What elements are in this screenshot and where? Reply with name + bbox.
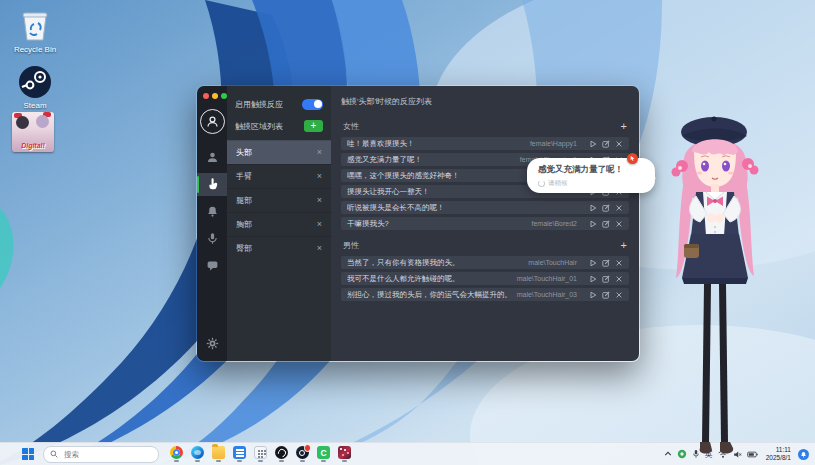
- edit-reaction-icon[interactable]: [602, 291, 610, 299]
- enable-touch-row: 启用触摸反应: [227, 93, 331, 115]
- click-badge[interactable]: [627, 153, 638, 164]
- recycle-bin-glyph: [17, 8, 53, 44]
- sidebar-item-character[interactable]: [197, 146, 227, 169]
- reaction-text: 我可不是什么人都允许触碰的呢。: [347, 274, 517, 284]
- remove-area-icon[interactable]: ×: [317, 244, 322, 253]
- reaction-row[interactable]: 干嘛摸我头? female\Bored2: [341, 217, 629, 230]
- taskbar-file-explorer-icon[interactable]: [211, 446, 226, 462]
- touch-area-label: 臀部: [236, 243, 252, 254]
- avatar-button[interactable]: [200, 109, 225, 134]
- male-section-title: 男性: [343, 240, 359, 251]
- taskbar-steam-icon[interactable]: [295, 446, 310, 462]
- chat-icon: [206, 259, 219, 272]
- taskbar-green-app-icon[interactable]: C: [316, 446, 331, 462]
- game-artwork: Digital!: [12, 112, 54, 152]
- notification-bell-icon[interactable]: [798, 449, 809, 460]
- touch-area-item[interactable]: 头部 ×: [227, 140, 331, 164]
- desktop-screen: Recycle Bin Steam Digital!: [0, 0, 815, 465]
- recycle-bin-icon[interactable]: Recycle Bin: [6, 8, 64, 55]
- pet-speech-bubble[interactable]: 感觉又充满力量了呢！ 请稍候: [527, 158, 655, 193]
- game-art-text: Digital!: [12, 142, 54, 149]
- reaction-text: 哇！最喜欢摸摸头！: [347, 139, 530, 149]
- play-reaction-icon[interactable]: [589, 220, 597, 228]
- remove-area-icon[interactable]: ×: [317, 220, 322, 229]
- touch-areas-panel: 启用触摸反应 触摸区域列表 + 头部 × 手臂 × 腿部 × 胸部 × 臀部 ×: [227, 86, 331, 361]
- edit-reaction-icon[interactable]: [602, 220, 610, 228]
- touch-settings-window: 启用触摸反应 触摸区域列表 + 头部 × 手臂 × 腿部 × 胸部 × 臀部 ×…: [196, 85, 640, 362]
- add-area-button[interactable]: +: [304, 120, 323, 132]
- microphone-icon: [206, 232, 219, 245]
- reaction-text: 感觉又充满力量了呢！: [347, 155, 520, 165]
- minimize-window-button[interactable]: [212, 93, 218, 99]
- reaction-row[interactable]: 别担心，摸过我的头后，你的运气会大幅提升的。 male\TouchHair_03: [341, 288, 629, 301]
- add-male-reaction-button[interactable]: +: [621, 240, 627, 251]
- touch-area-label: 手臂: [236, 171, 252, 182]
- close-window-button[interactable]: [203, 93, 209, 99]
- bell-icon: [206, 205, 219, 218]
- play-reaction-icon[interactable]: [589, 259, 597, 267]
- settings-gear-icon[interactable]: [206, 337, 219, 352]
- sidebar-nav: [197, 146, 227, 277]
- sidebar-item-touch[interactable]: [197, 173, 227, 196]
- touch-area-item[interactable]: 手臂 ×: [227, 164, 331, 188]
- reaction-row[interactable]: 哇！最喜欢摸摸头！ female\Happy1: [341, 137, 629, 150]
- character-head: [16, 116, 29, 129]
- loading-spinner-icon: [538, 180, 545, 187]
- steam-logo: [17, 64, 53, 100]
- play-reaction-icon[interactable]: [589, 275, 597, 283]
- touch-area-item[interactable]: 胸部 ×: [227, 212, 331, 236]
- edit-reaction-icon[interactable]: [602, 275, 610, 283]
- touch-area-item[interactable]: 臀部 ×: [227, 236, 331, 260]
- remove-area-icon[interactable]: ×: [317, 196, 322, 205]
- edit-reaction-icon[interactable]: [602, 140, 610, 148]
- taskbar-chrome-icon[interactable]: [169, 446, 184, 462]
- taskbar-calculator-icon[interactable]: [253, 446, 268, 462]
- taskbar-edge-icon[interactable]: [190, 446, 205, 462]
- sidebar-item-voice[interactable]: [197, 227, 227, 250]
- area-list-header-row: 触摸区域列表 +: [227, 115, 331, 137]
- play-reaction-icon[interactable]: [589, 204, 597, 212]
- start-button[interactable]: [22, 448, 34, 460]
- reaction-row[interactable]: 当然了，只有你有资格摸我的头。 male\TouchHair: [341, 256, 629, 269]
- recycle-bin-label: Recycle Bin: [6, 46, 64, 55]
- delete-reaction-icon[interactable]: [615, 204, 623, 212]
- delete-reaction-icon[interactable]: [615, 220, 623, 228]
- play-reaction-icon[interactable]: [589, 140, 597, 148]
- enable-touch-toggle[interactable]: [302, 99, 323, 110]
- taskbar-notes-icon[interactable]: [232, 446, 247, 462]
- window-controls: [197, 86, 227, 99]
- taskbar-obs-icon[interactable]: [274, 446, 289, 462]
- search-input[interactable]: [62, 449, 136, 460]
- digital-game-icon[interactable]: Digital!: [4, 112, 62, 152]
- sidebar-item-alerts[interactable]: [197, 200, 227, 223]
- reaction-row[interactable]: 听说被摸头是会长不高的呢！: [341, 201, 629, 214]
- taskbar-game-icon[interactable]: [337, 446, 352, 462]
- add-female-reaction-button[interactable]: +: [621, 121, 627, 132]
- taskbar-search[interactable]: [43, 446, 159, 463]
- reaction-voice-tag: male\TouchHair: [528, 259, 577, 266]
- edit-reaction-icon[interactable]: [602, 259, 610, 267]
- sidebar-item-chat[interactable]: [197, 254, 227, 277]
- delete-reaction-icon[interactable]: [615, 259, 623, 267]
- touch-area-label: 头部: [236, 147, 252, 158]
- touch-area-item[interactable]: 腿部 ×: [227, 188, 331, 212]
- speech-text: 感觉又充满力量了呢！: [538, 164, 644, 176]
- character-head: [36, 115, 49, 128]
- remove-area-icon[interactable]: ×: [317, 148, 322, 157]
- play-reaction-icon[interactable]: [589, 291, 597, 299]
- cursor-icon: [629, 155, 636, 162]
- remove-area-icon[interactable]: ×: [317, 172, 322, 181]
- steam-desktop-icon[interactable]: Steam: [6, 64, 64, 111]
- delete-reaction-icon[interactable]: [615, 275, 623, 283]
- sidebar-rail: [197, 86, 227, 361]
- desktop-pet-character[interactable]: [640, 106, 790, 462]
- female-section-header: 女性 +: [343, 121, 627, 132]
- reaction-row[interactable]: 我可不是什么人都允许触碰的呢。 male\TouchHair_01: [341, 272, 629, 285]
- edit-reaction-icon[interactable]: [602, 204, 610, 212]
- delete-reaction-icon[interactable]: [615, 140, 623, 148]
- touch-area-label: 腿部: [236, 195, 252, 206]
- delete-reaction-icon[interactable]: [615, 291, 623, 299]
- user-icon: [206, 151, 219, 164]
- touch-hand-icon: [206, 178, 219, 191]
- reaction-text: 听说被摸头是会长不高的呢！: [347, 203, 577, 213]
